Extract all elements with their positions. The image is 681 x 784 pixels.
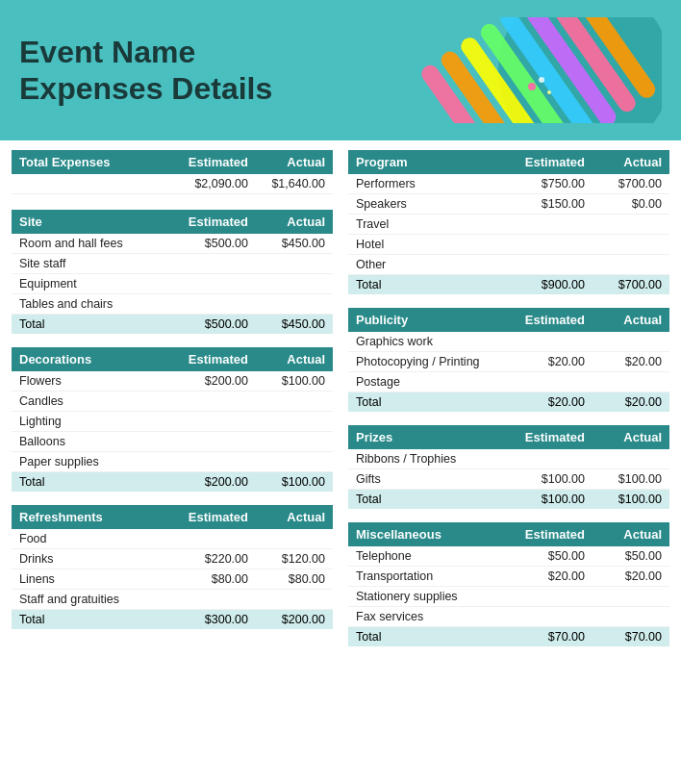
program-header: Program bbox=[348, 150, 516, 174]
prizes-total-row: Total $100.00 $100.00 bbox=[348, 490, 669, 510]
decorations-total-row: Total $200.00 $100.00 bbox=[12, 472, 333, 493]
left-column: Total Expenses Estimated Actual $2,090.0… bbox=[12, 150, 333, 660]
header-graphic bbox=[392, 17, 662, 123]
refreshments-header: Refreshments bbox=[12, 505, 179, 529]
refreshments-total-row: Total $300.00 $200.00 bbox=[12, 610, 333, 630]
svg-point-10 bbox=[539, 77, 544, 83]
table-row: Staff and gratuities bbox=[12, 590, 333, 610]
table-row: Food bbox=[12, 529, 333, 549]
site-total-row: Total $500.00 $450.00 bbox=[12, 315, 333, 335]
table-row: Stationery supplies bbox=[348, 587, 669, 607]
table-row: Candles bbox=[12, 392, 333, 412]
right-column: Program Estimated Actual Performers $750… bbox=[348, 150, 669, 660]
decorations-section: Decorations Estimated Actual Flowers $20… bbox=[12, 347, 333, 492]
total-expenses-section: Total Expenses Estimated Actual $2,090.0… bbox=[12, 150, 333, 194]
table-row: Drinks $220.00 $120.00 bbox=[12, 549, 333, 569]
table-row: Paper supplies bbox=[12, 452, 333, 472]
prizes-section: Prizes Estimated Actual Ribbons / Trophi… bbox=[348, 425, 669, 509]
table-row: Photocopying / Printing $20.00 $20.00 bbox=[348, 352, 669, 372]
miscellaneous-total-row: Total $70.00 $70.00 bbox=[348, 627, 669, 647]
table-row: Ribbons / Trophies bbox=[348, 449, 669, 469]
page-title: Event Name Expenses Details bbox=[19, 34, 272, 108]
decorations-header: Decorations bbox=[12, 347, 179, 371]
table-row: Equipment bbox=[12, 274, 333, 294]
miscellaneous-header: Miscellaneous bbox=[348, 522, 516, 546]
total-expenses-label: Total Expenses bbox=[12, 150, 179, 174]
table-row: Linens $80.00 $80.00 bbox=[12, 569, 333, 590]
title-line1: Event Name bbox=[19, 35, 195, 69]
program-section: Program Estimated Actual Performers $750… bbox=[348, 150, 669, 294]
table-row: Telephone $50.00 $50.00 bbox=[348, 546, 669, 567]
table-row: Balloons bbox=[12, 432, 333, 452]
total-expenses-estimated-header: Estimated bbox=[179, 150, 256, 174]
table-row: Fax services bbox=[348, 607, 669, 627]
site-header: Site bbox=[12, 210, 179, 234]
table-row: Gifts $100.00 $100.00 bbox=[348, 469, 669, 490]
prizes-header: Prizes bbox=[348, 425, 516, 449]
svg-point-9 bbox=[528, 83, 536, 90]
refreshments-section: Refreshments Estimated Actual Food Drink… bbox=[12, 505, 333, 629]
page-header: Event Name Expenses Details bbox=[0, 0, 681, 140]
site-actual-header: Actual bbox=[256, 210, 333, 234]
program-total-row: Total $900.00 $700.00 bbox=[348, 275, 669, 295]
total-expenses-actual-header: Actual bbox=[256, 150, 333, 174]
table-row: Tables and chairs bbox=[12, 294, 333, 315]
publicity-total-row: Total $20.00 $20.00 bbox=[348, 392, 669, 413]
publicity-header: Publicity bbox=[348, 308, 516, 332]
table-row: Speakers $150.00 $0.00 bbox=[348, 194, 669, 215]
svg-point-11 bbox=[547, 90, 551, 94]
site-section: Site Estimated Actual Room and hall fees… bbox=[12, 210, 333, 334]
table-row: Hotel bbox=[348, 235, 669, 255]
main-content: Total Expenses Estimated Actual $2,090.0… bbox=[0, 140, 681, 670]
table-row: Lighting bbox=[12, 412, 333, 432]
table-row: Transportation $20.00 $20.00 bbox=[348, 567, 669, 587]
publicity-section: Publicity Estimated Actual Graphics work… bbox=[348, 308, 669, 412]
total-expenses-actual: $1,640.00 bbox=[256, 174, 333, 194]
title-line2: Expenses Details bbox=[19, 71, 272, 106]
table-row: Performers $750.00 $700.00 bbox=[348, 174, 669, 194]
table-row: Other bbox=[348, 255, 669, 275]
total-expenses-estimated: $2,090.00 bbox=[179, 174, 256, 194]
site-estimated-header: Estimated bbox=[179, 210, 256, 234]
table-row: Graphics work bbox=[348, 332, 669, 352]
table-row: Postage bbox=[348, 372, 669, 392]
miscellaneous-section: Miscellaneous Estimated Actual Telephone… bbox=[348, 522, 669, 646]
table-row: Flowers $200.00 $100.00 bbox=[12, 371, 333, 392]
table-row: Site staff bbox=[12, 254, 333, 274]
table-row: Travel bbox=[348, 215, 669, 235]
table-row: Room and hall fees $500.00 $450.00 bbox=[12, 234, 333, 254]
